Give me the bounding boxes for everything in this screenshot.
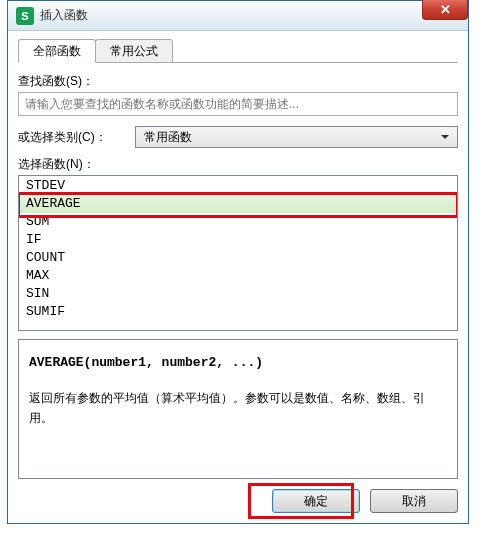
ok-button-label: 确定 bbox=[304, 493, 328, 510]
category-select[interactable]: 常用函数 bbox=[135, 126, 458, 148]
insert-function-dialog: S 插入函数 ✕ 全部函数 常用公式 查找函数(S)： 或选择类别(C)： 常用… bbox=[7, 0, 469, 524]
tab-label: 全部函数 bbox=[33, 44, 81, 58]
list-item[interactable]: IF bbox=[20, 231, 456, 249]
search-label: 查找函数(S)： bbox=[18, 73, 458, 90]
list-item[interactable]: AVERAGE bbox=[20, 195, 456, 213]
chevron-down-icon bbox=[441, 135, 449, 139]
list-item[interactable]: SUMIF bbox=[20, 303, 456, 321]
tab-label: 常用公式 bbox=[110, 44, 158, 58]
function-list-label: 选择函数(N)： bbox=[18, 156, 458, 173]
button-row: 确定 取消 bbox=[18, 489, 458, 513]
tab-all-functions[interactable]: 全部函数 bbox=[18, 39, 96, 63]
function-description: 返回所有参数的平均值（算术平均值）。参数可以是数值、名称、数组、引用。 bbox=[29, 388, 447, 429]
close-icon: ✕ bbox=[440, 2, 451, 17]
function-listbox[interactable]: STDEVAVERAGESUMIFCOUNTMAXSINSUMIF bbox=[18, 175, 458, 331]
ok-button[interactable]: 确定 bbox=[272, 489, 360, 513]
list-item[interactable]: SUM bbox=[20, 213, 456, 231]
search-input[interactable] bbox=[18, 92, 458, 116]
list-item[interactable]: SIN bbox=[20, 285, 456, 303]
close-button[interactable]: ✕ bbox=[422, 0, 468, 20]
list-item[interactable]: STDEV bbox=[20, 177, 456, 195]
window-title: 插入函数 bbox=[40, 7, 88, 24]
category-value: 常用函数 bbox=[144, 129, 441, 146]
cancel-button-label: 取消 bbox=[402, 493, 426, 510]
list-item[interactable]: COUNT bbox=[20, 249, 456, 267]
tab-bar: 全部函数 常用公式 bbox=[18, 39, 458, 63]
cancel-button[interactable]: 取消 bbox=[370, 489, 458, 513]
titlebar: S 插入函数 ✕ bbox=[8, 1, 468, 31]
function-description-box: AVERAGE(number1, number2, ...) 返回所有参数的平均… bbox=[18, 339, 458, 479]
category-label: 或选择类别(C)： bbox=[18, 129, 107, 146]
tab-common-formulas[interactable]: 常用公式 bbox=[95, 39, 173, 63]
app-icon: S bbox=[16, 7, 34, 25]
function-syntax: AVERAGE(number1, number2, ...) bbox=[29, 352, 447, 374]
list-item[interactable]: MAX bbox=[20, 267, 456, 285]
dialog-content: 全部函数 常用公式 查找函数(S)： 或选择类别(C)： 常用函数 选择函数(N… bbox=[8, 31, 468, 523]
